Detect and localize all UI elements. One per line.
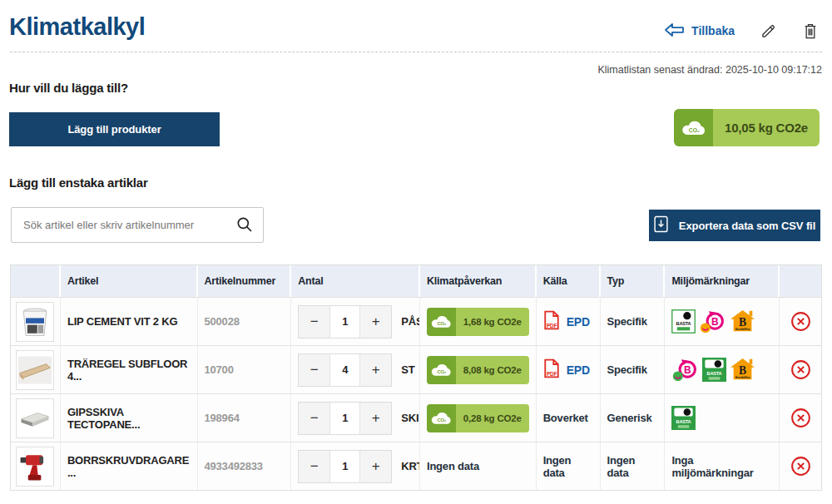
article-search bbox=[11, 207, 264, 243]
quantity-plus-button[interactable]: + bbox=[360, 403, 391, 434]
source-label: EPD bbox=[567, 315, 590, 329]
unit-label: SKI bbox=[401, 412, 418, 424]
remove-row-button[interactable] bbox=[790, 359, 811, 380]
table-header-row: Artikel Artikelnummer Antal Klimatpåverk… bbox=[11, 265, 821, 297]
svg-text:PDF: PDF bbox=[547, 323, 557, 329]
quantity-minus-button[interactable]: − bbox=[299, 451, 329, 482]
product-name: LIP CEMENT VIT 2 KG bbox=[61, 298, 198, 345]
article-number: 4933492833 bbox=[198, 442, 292, 490]
product-image-cement-bucket bbox=[16, 302, 54, 342]
quantity-stepper: − 4 + bbox=[298, 353, 392, 387]
quantity-minus-button[interactable]: − bbox=[299, 354, 329, 386]
delete-trash-icon[interactable] bbox=[802, 22, 819, 40]
export-csv-button[interactable]: Exportera data som CSV fil bbox=[649, 210, 820, 241]
header-klimatpaverkan: Klimatpåverkan bbox=[420, 265, 537, 297]
quantity-minus-button[interactable]: − bbox=[299, 403, 329, 434]
quantity-plus-button[interactable]: + bbox=[360, 451, 391, 482]
search-icon bbox=[236, 216, 253, 236]
total-co2-value: 10,05 kg CO2e bbox=[713, 109, 820, 146]
quantity-value[interactable]: 1 bbox=[329, 306, 360, 338]
product-image-wood-stud bbox=[16, 350, 54, 390]
table-row: GIPSSKIVA TECTOPANE... 198964 − 1 + SKI … bbox=[11, 393, 821, 442]
table-row: TRÄREGEL SUBFLOOR 4... 10700 − 4 + ST CO… bbox=[11, 345, 821, 393]
quantity-stepper: − 1 + bbox=[298, 402, 392, 435]
table-row: BORRSKRUVDRAGARE ... 4933492833 − 1 + KR… bbox=[11, 442, 821, 490]
co2-badge: CO₂ 0,28 kg CO2e bbox=[427, 404, 529, 432]
unit-label: ST bbox=[401, 363, 414, 376]
co2-value: 8,08 kg CO2e bbox=[456, 356, 529, 384]
co2-cloud-icon: CO₂ bbox=[427, 308, 456, 336]
header-image-column bbox=[11, 265, 61, 297]
quantity-minus-button[interactable]: − bbox=[299, 306, 329, 338]
page-title: Klimatkalkyl bbox=[9, 13, 145, 41]
svg-text:BASTA: BASTA bbox=[707, 371, 722, 376]
quantity-value[interactable]: 4 bbox=[329, 354, 360, 386]
product-name: TRÄREGEL SUBFLOOR 4... bbox=[61, 346, 198, 393]
header-artikel: Artikel bbox=[61, 265, 198, 297]
source-label: Boverket bbox=[537, 394, 601, 442]
svg-text:B: B bbox=[711, 315, 719, 327]
source-label: EPD bbox=[567, 363, 590, 377]
header-antal: Antal bbox=[291, 265, 420, 297]
remove-row-button[interactable] bbox=[790, 311, 811, 332]
last-changed-text: Klimatlistan senast ändrad: 2025-10-10 0… bbox=[597, 64, 822, 76]
articles-table: Artikel Artikelnummer Antal Klimatpåverk… bbox=[10, 264, 822, 491]
back-arrow-icon bbox=[663, 22, 685, 40]
svg-text:BASTA: BASTA bbox=[676, 321, 691, 326]
search-input[interactable] bbox=[11, 207, 264, 243]
quantity-value[interactable]: 1 bbox=[329, 403, 360, 434]
co2-value: 1,68 kg CO2e bbox=[456, 308, 529, 336]
type-label: Specifik bbox=[601, 298, 666, 345]
articles-section-heading: Lägg till enstaka artiklar bbox=[9, 175, 148, 190]
header-delete-column bbox=[780, 265, 821, 297]
remove-row-button[interactable] bbox=[790, 456, 811, 477]
unit-label: KRT bbox=[401, 460, 420, 472]
co2-cloud-icon: CO₂ bbox=[674, 109, 713, 146]
back-link[interactable]: Tillbaka bbox=[663, 22, 735, 40]
svg-text:CO₂: CO₂ bbox=[688, 127, 699, 133]
byggvarubedomningen-icon: B bbox=[699, 309, 726, 334]
sundahus-icon: BSundaHus bbox=[730, 358, 755, 382]
type-label: Ingen data bbox=[601, 442, 666, 490]
article-number: 198964 bbox=[198, 394, 292, 442]
svg-text:CO₂: CO₂ bbox=[437, 369, 446, 374]
unit-label: PÅS bbox=[401, 315, 420, 328]
header-miljomarkningar: Miljömärkningar bbox=[665, 265, 780, 297]
edit-pencil-icon[interactable] bbox=[760, 22, 777, 40]
klimatkalkyl-page: Klimatkalkyl Tillbaka Klimatlistan senas… bbox=[0, 0, 832, 504]
product-image-gypsum-board bbox=[16, 398, 54, 438]
header-divider bbox=[10, 52, 822, 52]
export-file-icon bbox=[654, 215, 668, 235]
product-name: GIPSSKIVA TECTOPANE... bbox=[61, 394, 198, 442]
header-actions: Tillbaka bbox=[663, 22, 819, 40]
product-image-drill bbox=[16, 447, 54, 487]
article-number: 10700 bbox=[198, 346, 292, 393]
svg-text:CO₂: CO₂ bbox=[437, 321, 446, 326]
co2-no-data: Ingen data bbox=[420, 442, 537, 490]
back-link-label: Tillbaka bbox=[691, 24, 735, 37]
quantity-plus-button[interactable]: + bbox=[360, 354, 391, 386]
add-products-button[interactable]: Lägg till produkter bbox=[9, 112, 220, 146]
quantity-plus-button[interactable]: + bbox=[360, 306, 391, 338]
pdf-icon: PDF bbox=[543, 358, 560, 381]
pdf-icon: PDF bbox=[543, 310, 560, 333]
remove-row-button[interactable] bbox=[790, 408, 811, 428]
svg-text:CO₂: CO₂ bbox=[437, 418, 446, 422]
co2-cloud-icon: CO₂ bbox=[427, 404, 456, 432]
svg-text:SundaHus: SundaHus bbox=[735, 375, 751, 379]
total-co2-badge: CO₂ 10,05 kg CO2e bbox=[674, 109, 820, 146]
quantity-stepper: − 1 + bbox=[298, 450, 392, 483]
basta-green-label-icon: BASTA bbox=[702, 358, 726, 382]
epd-pdf-link[interactable]: PDF EPD bbox=[543, 358, 590, 381]
byggvarubedomningen-icon: B bbox=[671, 358, 699, 383]
co2-badge: CO₂ 8,08 kg CO2e bbox=[427, 356, 529, 384]
co2-cloud-icon: CO₂ bbox=[427, 356, 456, 384]
epd-pdf-link[interactable]: PDF EPD bbox=[543, 310, 590, 333]
svg-text:SundaHus: SundaHus bbox=[735, 327, 751, 331]
table-row: LIP CEMENT VIT 2 KG 500028 − 1 + PÅS CO₂… bbox=[11, 297, 821, 345]
add-section-heading: Hur vill du lägga till? bbox=[9, 81, 128, 95]
product-name: BORRSKRUVDRAGARE ... bbox=[61, 442, 198, 490]
sundahus-icon: BSundaHus bbox=[730, 309, 755, 334]
article-number: 500028 bbox=[198, 298, 292, 345]
quantity-value[interactable]: 1 bbox=[329, 451, 360, 482]
